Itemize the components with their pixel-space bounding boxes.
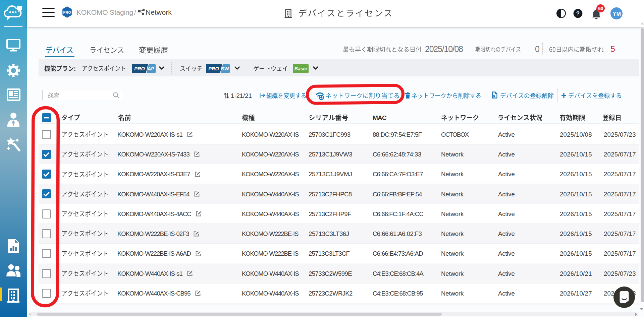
svg-text:AP: AP [148, 66, 154, 71]
svg-text:PRO: PRO [134, 66, 145, 71]
svg-text:Basic: Basic [294, 66, 307, 71]
svg-text:?: ? [576, 10, 580, 17]
svg-text:SW: SW [221, 66, 229, 71]
svg-text:PRO: PRO [63, 10, 71, 14]
svg-text:PRO: PRO [208, 66, 219, 71]
